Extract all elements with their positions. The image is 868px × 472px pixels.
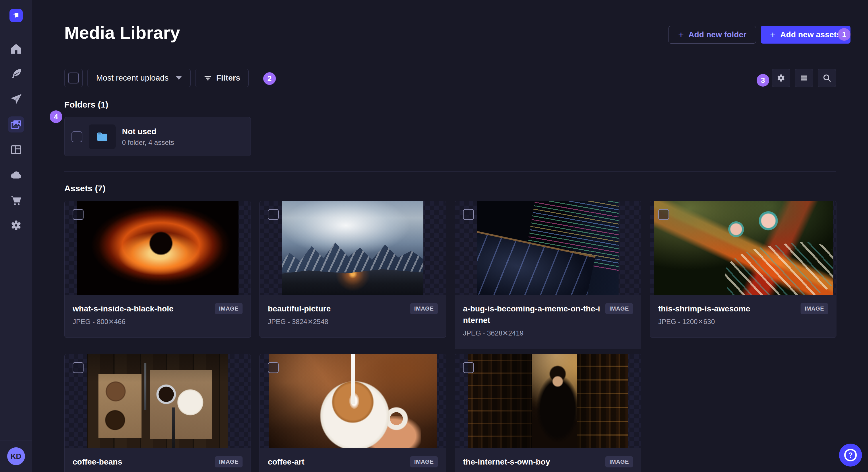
asset-info: this-shrimp-is-awesome JPEG - 1200✕630 I… xyxy=(650,295,836,338)
asset-info: what-s-inside-a-black-hole JPEG - 800✕46… xyxy=(65,295,251,338)
asset-info: a-bug-is-becoming-a-meme-on-the-internet… xyxy=(455,295,641,349)
filter-icon xyxy=(204,74,212,82)
grid-settings-button[interactable] xyxy=(772,69,790,87)
asset-image xyxy=(87,354,228,448)
folder-icon-tile xyxy=(89,125,116,149)
settings-gear-icon xyxy=(9,219,23,232)
sidebar-item-release[interactable] xyxy=(8,91,24,107)
asset-checkbox[interactable] xyxy=(658,209,669,220)
asset-text: coffee-art JPEG - 5824✕3259 xyxy=(268,456,406,472)
sidebar-nav xyxy=(0,41,32,233)
add-new-folder-label: Add new folder xyxy=(688,30,746,39)
asset-thumbnail xyxy=(455,354,641,448)
asset-card[interactable]: what-s-inside-a-black-hole JPEG - 800✕46… xyxy=(64,201,251,338)
header-actions: + Add new folder + Add new assets xyxy=(669,26,850,43)
asset-text: a-bug-is-becoming-a-meme-on-the-internet… xyxy=(463,303,601,338)
add-new-folder-button[interactable]: + Add new folder xyxy=(669,26,756,43)
annotation-badge-3: 3 xyxy=(756,74,769,87)
asset-name: coffee-art xyxy=(268,456,406,468)
strapi-logo-icon[interactable] xyxy=(9,9,23,22)
avatar[interactable]: KD xyxy=(7,447,25,465)
asset-card[interactable]: beautiful-picture JPEG - 3824✕2548 IMAGE xyxy=(259,201,446,338)
add-new-assets-button[interactable]: + Add new assets xyxy=(761,26,851,43)
asset-name: what-s-inside-a-black-hole xyxy=(73,303,210,314)
sidebar: KD xyxy=(0,0,32,472)
sort-dropdown-value: Most recent uploads xyxy=(96,73,168,82)
filters-label: Filters xyxy=(216,73,240,82)
asset-card[interactable]: a-bug-is-becoming-a-meme-on-the-internet… xyxy=(455,201,641,349)
folders-heading: Folders (1) xyxy=(64,100,108,109)
sidebar-item-deploy[interactable] xyxy=(8,167,24,183)
folder-card[interactable]: Not used 0 folder, 4 assets xyxy=(64,117,251,156)
asset-thumbnail xyxy=(65,354,251,448)
asset-type-badge: IMAGE xyxy=(215,303,243,314)
asset-image xyxy=(282,201,423,295)
select-all-checkbox[interactable] xyxy=(68,72,79,83)
sidebar-item-media-library[interactable] xyxy=(8,116,24,133)
asset-checkbox[interactable] xyxy=(268,362,279,373)
filters-button[interactable]: Filters xyxy=(195,69,249,87)
select-all-container xyxy=(64,69,83,87)
content-manager-feather-icon xyxy=(9,67,23,80)
search-button[interactable] xyxy=(818,69,836,87)
asset-info: coffee-art JPEG - 5824✕3259 IMAGE xyxy=(260,448,446,472)
help-button[interactable]: ? xyxy=(839,444,862,467)
asset-name: beautiful-picture xyxy=(268,303,406,314)
asset-meta: JPEG - 3628✕2419 xyxy=(463,329,601,338)
asset-text: the-internet-s-own-boy JPEG - 1200✕707 xyxy=(463,456,601,472)
folder-subtitle: 0 folder, 4 assets xyxy=(122,138,174,146)
folder-text: Not used 0 folder, 4 assets xyxy=(122,127,174,146)
content-type-builder-layout-icon xyxy=(9,143,23,156)
asset-type-badge: IMAGE xyxy=(215,456,243,467)
asset-checkbox[interactable] xyxy=(73,209,84,220)
asset-name: the-internet-s-own-boy xyxy=(463,456,601,468)
help-question-icon: ? xyxy=(844,449,857,461)
asset-meta: JPEG - 1200✕630 xyxy=(658,317,796,326)
paper-plane-icon xyxy=(9,93,23,106)
cloud-icon xyxy=(9,168,23,181)
assets-grid: what-s-inside-a-black-hole JPEG - 800✕46… xyxy=(64,201,837,472)
asset-card[interactable]: coffee-beans JPEG - 5021✕3347 IMAGE xyxy=(64,354,251,472)
sidebar-item-home[interactable] xyxy=(8,41,24,57)
sort-dropdown[interactable]: Most recent uploads xyxy=(87,69,191,87)
folder-checkbox[interactable] xyxy=(71,131,82,142)
page-title: Media Library xyxy=(64,22,180,43)
assets-heading: Assets (7) xyxy=(64,183,105,193)
annotation-badge-1: 1 xyxy=(838,28,850,41)
asset-card[interactable]: this-shrimp-is-awesome JPEG - 1200✕630 I… xyxy=(650,201,836,338)
asset-checkbox[interactable] xyxy=(463,362,474,373)
asset-card[interactable]: coffee-art JPEG - 5824✕3259 IMAGE xyxy=(259,354,446,472)
asset-meta: JPEG - 800✕466 xyxy=(73,317,210,326)
sidebar-item-content-type-builder[interactable] xyxy=(8,142,24,158)
toolbar-right xyxy=(772,69,836,87)
annotation-badge-2: 2 xyxy=(263,72,276,85)
asset-name: coffee-beans xyxy=(73,456,210,468)
asset-thumbnail xyxy=(650,201,836,295)
add-new-assets-label: Add new assets xyxy=(780,30,841,39)
chevron-down-icon xyxy=(176,76,182,80)
list-view-button[interactable] xyxy=(795,69,813,87)
sidebar-item-marketplace[interactable] xyxy=(8,192,24,208)
folder-icon xyxy=(95,130,109,144)
asset-type-badge: IMAGE xyxy=(410,303,438,314)
asset-text: coffee-beans JPEG - 5021✕3347 xyxy=(73,456,210,472)
asset-type-badge: IMAGE xyxy=(801,303,828,314)
asset-image xyxy=(77,201,239,295)
toolbar: Most recent uploads Filters xyxy=(64,69,836,87)
sidebar-item-settings[interactable] xyxy=(8,217,24,233)
asset-thumbnail xyxy=(260,201,446,295)
sidebar-header xyxy=(0,0,32,31)
sidebar-item-content-manager[interactable] xyxy=(8,66,24,82)
settings-icon xyxy=(776,73,786,83)
asset-meta: JPEG - 5824✕3259 xyxy=(268,471,406,472)
asset-checkbox[interactable] xyxy=(463,209,474,220)
asset-meta: JPEG - 3824✕2548 xyxy=(268,317,406,326)
asset-card[interactable]: the-internet-s-own-boy JPEG - 1200✕707 I… xyxy=(455,354,641,472)
annotation-badge-4: 4 xyxy=(50,110,62,123)
folder-title: Not used xyxy=(122,127,174,136)
strapi-logo-glyph xyxy=(12,11,20,20)
asset-meta: JPEG - 5021✕3347 xyxy=(73,471,210,472)
asset-checkbox[interactable] xyxy=(73,362,84,373)
asset-thumbnail xyxy=(65,201,251,295)
asset-checkbox[interactable] xyxy=(268,209,279,220)
